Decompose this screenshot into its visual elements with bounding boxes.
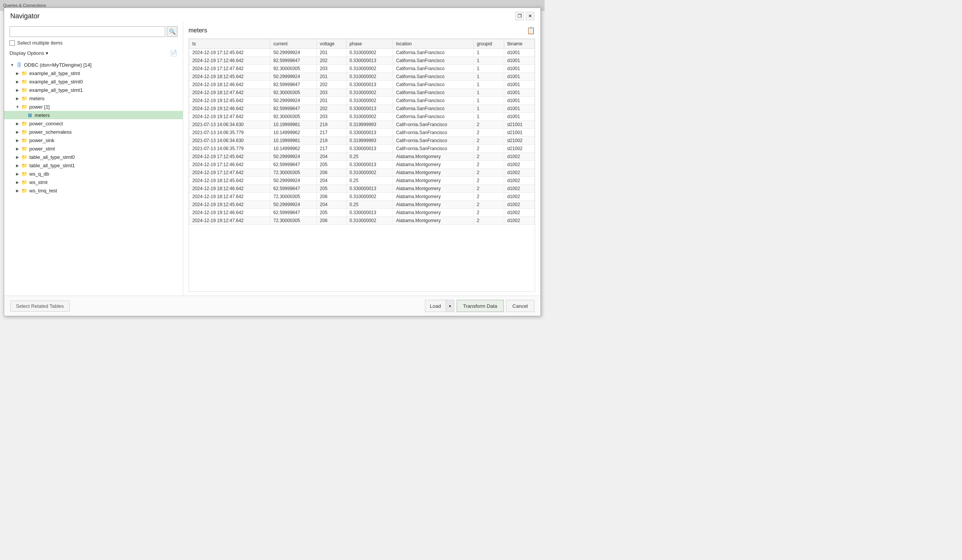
tree-item-power-stmt[interactable]: ▶ 📁 power_stmt — [4, 144, 183, 153]
restore-button[interactable]: ❐ — [515, 12, 524, 20]
folder-icon: 📁 — [21, 187, 28, 194]
select-multiple-row: Select multiple items — [4, 39, 183, 47]
col-tbname: tbname — [504, 39, 535, 49]
load-dropdown-button[interactable]: ▾ — [445, 300, 454, 311]
title-controls: ❐ ✕ — [515, 12, 534, 20]
table-cell: Calif=ornia.SanFrancisco — [393, 121, 473, 129]
table-cell: 2021-07-13 14:06:34.630 — [189, 121, 270, 129]
data-table-container[interactable]: ts current voltage phase location groupi… — [189, 39, 535, 292]
tree-item-ws-tmq-test[interactable]: ▶ 📁 ws_tmq_test — [4, 186, 183, 195]
transform-button[interactable]: Transform Data — [457, 300, 504, 312]
table-cell: 2024-12-19 19:12:46.642 — [189, 105, 270, 113]
table-cell: 1 — [474, 89, 504, 97]
tree-item-example-all-type-stmt[interactable]: ▶ 📁 example_all_type_stmt — [4, 69, 183, 77]
tree-item-power-schemaless[interactable]: ▶ 📁 power_schemaless — [4, 127, 183, 136]
table-cell: 50.29999924 — [270, 201, 316, 209]
table-cell: 2021-07-13 14:06:34.630 — [189, 137, 270, 145]
table-row: 2024-12-19 19:12:47.64292.300003052030.3… — [189, 113, 535, 121]
table-icon: ▦ — [26, 112, 33, 118]
load-button-group: Load ▾ — [425, 300, 454, 312]
tree-item-power[interactable]: ▼ 📁 power [1] — [4, 102, 183, 111]
table-cell: 1 — [474, 105, 504, 113]
folder-icon: 📁 — [21, 171, 28, 177]
export-icon[interactable]: 📋 — [527, 26, 535, 35]
tree-item-table-all-type-stmt0[interactable]: ▶ 📁 table_all_type_stmt0 — [4, 153, 183, 161]
table-cell: 72.30000305 — [270, 217, 316, 225]
table-cell: 72.30000305 — [270, 169, 316, 177]
table-cell: Alabama.Montgomery — [393, 153, 473, 161]
table-row: 2021-07-13 14:06:34.63010.199999812190.3… — [189, 137, 535, 145]
import-icon[interactable]: 📄 — [170, 50, 178, 57]
bottom-bar: Select Related Tables Load ▾ Transform D… — [4, 295, 541, 316]
close-button[interactable]: ✕ — [526, 12, 534, 20]
topbar-text: Queries & Connections — [3, 3, 46, 8]
table-cell: d21002 — [504, 137, 535, 145]
tree-item-meters-child[interactable]: ▦ meters — [4, 111, 183, 119]
search-button[interactable]: 🔍 — [167, 26, 178, 37]
table-cell: California.SanFrancisco — [393, 105, 473, 113]
table-row: 2024-12-19 17:12:47.64292.300003052030.3… — [189, 65, 535, 73]
table-cell: 92.30000305 — [270, 65, 316, 73]
load-button[interactable]: Load — [425, 300, 445, 311]
table-cell: 217 — [316, 145, 346, 153]
table-cell: 0.330000013 — [346, 145, 393, 153]
tree-item-example-all-type-stmt0[interactable]: ▶ 📁 example_all_type_stmt0 — [4, 77, 183, 86]
table-cell: California.SanFrancisco — [393, 57, 473, 65]
select-related-button[interactable]: Select Related Tables — [10, 300, 70, 311]
table-row: 2021-07-13 14:06:34.63010.199999812190.3… — [189, 121, 535, 129]
table-cell: 2 — [474, 209, 504, 217]
table-cell: d21002 — [504, 145, 535, 153]
table-cell: 2024-12-19 19:12:45.642 — [189, 201, 270, 209]
toggle-icon: ▶ — [15, 129, 20, 134]
display-options-button[interactable]: Display Options ▾ — [10, 50, 48, 56]
toggle-icon: ▶ — [15, 154, 20, 160]
root-toggle-icon: ▼ — [10, 62, 15, 68]
table-cell: 2 — [474, 177, 504, 185]
bottom-right: Load ▾ Transform Data Cancel — [425, 300, 534, 312]
toggle-icon: ▶ — [15, 87, 20, 93]
table-cell: 92.30000305 — [270, 89, 316, 97]
search-input[interactable] — [10, 26, 165, 37]
tree-root[interactable]: ▼ 🗄 ODBC (dsn=MyTDengine) [14] — [4, 61, 183, 69]
folder-icon: 📁 — [21, 95, 28, 101]
table-cell: 10.19999981 — [270, 121, 316, 129]
folder-icon: 📁 — [21, 154, 28, 160]
table-cell: 2024-12-19 17:12:47.642 — [189, 65, 270, 73]
tree-item-power-connect[interactable]: ▶ 📁 power_connect — [4, 119, 183, 127]
table-cell: 2 — [474, 201, 504, 209]
table-cell: 2 — [474, 193, 504, 201]
table-cell: Calif=ornia.SanFrancisco — [393, 129, 473, 137]
table-cell: 205 — [316, 161, 346, 169]
table-cell: 206 — [316, 193, 346, 201]
item-label: ws_stmt — [29, 179, 48, 185]
table-cell: d1002 — [504, 153, 535, 161]
toggle-icon: ▶ — [15, 146, 20, 151]
table-row: 2024-12-19 17:12:47.64272.300003052060.3… — [189, 169, 535, 177]
select-multiple-label: Select multiple items — [17, 40, 63, 46]
tree-item-meters-top[interactable]: ▶ 📁 meters — [4, 94, 183, 102]
tree-item-example-all-type-stmt1[interactable]: ▶ 📁 example_all_type_stmt1 — [4, 86, 183, 94]
select-multiple-checkbox[interactable] — [10, 40, 15, 46]
folder-icon: 📁 — [21, 162, 28, 168]
tree-item-ws-stmt[interactable]: ▶ 📁 ws_stmt — [4, 178, 183, 186]
tree-area[interactable]: ▼ 🗄 ODBC (dsn=MyTDengine) [14] ▶ 📁 examp… — [4, 59, 183, 295]
toggle-icon: ▶ — [15, 79, 20, 84]
item-label: example_all_type_stmt0 — [29, 79, 82, 85]
table-cell: d1002 — [504, 217, 535, 225]
table-cell: 2024-12-19 18:12:47.642 — [189, 89, 270, 97]
col-phase: phase — [346, 39, 393, 49]
col-location: location — [393, 39, 473, 49]
table-cell: California.SanFrancisco — [393, 49, 473, 57]
table-row: 2024-12-19 18:12:47.64292.300003052030.3… — [189, 89, 535, 97]
content-area: 🔍 Select multiple items Display Options … — [4, 23, 541, 295]
database-icon: 🗄 — [16, 62, 23, 68]
cancel-button[interactable]: Cancel — [506, 300, 534, 312]
table-cell: Alabama.Montgomery — [393, 217, 473, 225]
tree-item-table-all-type-stmt1[interactable]: ▶ 📁 table_all_type_stmt1 — [4, 161, 183, 169]
tree-item-power-sink[interactable]: ▶ 📁 power_sink — [4, 136, 183, 144]
toggle-icon: ▶ — [15, 179, 20, 185]
table-cell: 0.330000013 — [346, 185, 393, 193]
tree-item-ws-q-db[interactable]: ▶ 📁 ws_q_db — [4, 169, 183, 178]
toggle-icon: ▶ — [15, 171, 20, 176]
table-cell: 2024-12-19 19:12:46.642 — [189, 209, 270, 217]
